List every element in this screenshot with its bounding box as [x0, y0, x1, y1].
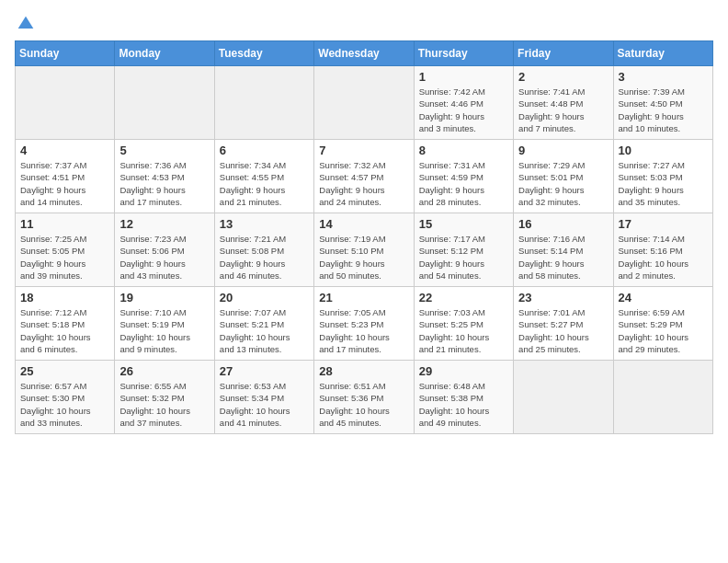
week-row-2: 11Sunrise: 7:25 AM Sunset: 5:05 PM Dayli…	[16, 213, 713, 287]
calendar-body: 1Sunrise: 7:42 AM Sunset: 4:46 PM Daylig…	[16, 66, 713, 434]
calendar-cell	[613, 361, 712, 434]
day-info: Sunrise: 7:14 AM Sunset: 5:16 PM Dayligh…	[619, 233, 708, 282]
day-number: 9	[518, 144, 608, 157]
calendar-cell: 28Sunrise: 6:51 AM Sunset: 5:36 PM Dayli…	[314, 361, 414, 434]
week-row-4: 25Sunrise: 6:57 AM Sunset: 5:30 PM Dayli…	[16, 361, 713, 434]
calendar-cell: 21Sunrise: 7:05 AM Sunset: 5:23 PM Dayli…	[314, 287, 414, 361]
day-info: Sunrise: 7:21 AM Sunset: 5:08 PM Dayligh…	[220, 233, 309, 282]
header-wednesday: Wednesday	[314, 41, 414, 66]
calendar-cell	[115, 66, 214, 140]
day-info: Sunrise: 7:10 AM Sunset: 5:19 PM Dayligh…	[119, 306, 209, 355]
day-number: 5	[119, 144, 209, 157]
calendar-cell: 7Sunrise: 7:32 AM Sunset: 4:57 PM Daylig…	[314, 140, 414, 213]
day-number: 8	[419, 144, 508, 157]
day-info: Sunrise: 7:17 AM Sunset: 5:12 PM Dayligh…	[419, 233, 508, 282]
calendar-cell: 14Sunrise: 7:19 AM Sunset: 5:10 PM Dayli…	[314, 213, 414, 287]
calendar-cell	[214, 66, 313, 140]
header-saturday: Saturday	[613, 41, 712, 66]
day-number: 3	[619, 70, 708, 84]
day-number: 4	[20, 144, 109, 157]
calendar-cell	[514, 361, 613, 434]
calendar-cell: 12Sunrise: 7:23 AM Sunset: 5:06 PM Dayli…	[115, 213, 214, 287]
calendar-cell: 19Sunrise: 7:10 AM Sunset: 5:19 PM Dayli…	[115, 287, 214, 361]
day-info: Sunrise: 7:31 AM Sunset: 4:59 PM Dayligh…	[419, 159, 508, 208]
day-number: 23	[518, 291, 608, 304]
day-number: 22	[419, 291, 508, 304]
calendar-cell: 9Sunrise: 7:29 AM Sunset: 5:01 PM Daylig…	[514, 140, 613, 213]
day-info: Sunrise: 7:27 AM Sunset: 5:03 PM Dayligh…	[619, 159, 708, 208]
calendar-cell	[314, 66, 414, 140]
header-tuesday: Tuesday	[214, 41, 313, 66]
calendar-cell: 16Sunrise: 7:16 AM Sunset: 5:14 PM Dayli…	[514, 213, 613, 287]
day-number: 19	[119, 291, 209, 304]
calendar-cell: 20Sunrise: 7:07 AM Sunset: 5:21 PM Dayli…	[214, 287, 313, 361]
day-number: 18	[20, 291, 109, 304]
calendar-cell: 1Sunrise: 7:42 AM Sunset: 4:46 PM Daylig…	[414, 66, 513, 140]
day-number: 11	[20, 217, 109, 231]
day-number: 25	[20, 364, 109, 378]
calendar-cell: 2Sunrise: 7:41 AM Sunset: 4:48 PM Daylig…	[514, 66, 613, 140]
logo-icon	[17, 15, 35, 33]
day-info: Sunrise: 7:37 AM Sunset: 4:51 PM Dayligh…	[20, 159, 109, 208]
week-row-3: 18Sunrise: 7:12 AM Sunset: 5:18 PM Dayli…	[16, 287, 713, 361]
day-info: Sunrise: 7:19 AM Sunset: 5:10 PM Dayligh…	[319, 233, 408, 282]
day-number: 24	[619, 291, 708, 304]
calendar-cell: 17Sunrise: 7:14 AM Sunset: 5:16 PM Dayli…	[613, 213, 712, 287]
calendar-cell: 23Sunrise: 7:01 AM Sunset: 5:27 PM Dayli…	[514, 287, 613, 361]
day-info: Sunrise: 7:42 AM Sunset: 4:46 PM Dayligh…	[419, 86, 508, 134]
calendar-cell: 18Sunrise: 7:12 AM Sunset: 5:18 PM Dayli…	[16, 287, 115, 361]
day-info: Sunrise: 7:07 AM Sunset: 5:21 PM Dayligh…	[220, 306, 309, 355]
day-info: Sunrise: 7:01 AM Sunset: 5:27 PM Dayligh…	[518, 306, 608, 355]
header-thursday: Thursday	[414, 41, 513, 66]
day-info: Sunrise: 7:36 AM Sunset: 4:53 PM Dayligh…	[119, 159, 209, 208]
day-info: Sunrise: 6:51 AM Sunset: 5:36 PM Dayligh…	[319, 380, 408, 429]
day-info: Sunrise: 7:05 AM Sunset: 5:23 PM Dayligh…	[319, 306, 408, 355]
day-info: Sunrise: 6:48 AM Sunset: 5:38 PM Dayligh…	[419, 380, 508, 429]
calendar-cell: 27Sunrise: 6:53 AM Sunset: 5:34 PM Dayli…	[214, 361, 313, 434]
day-number: 7	[319, 144, 408, 157]
day-info: Sunrise: 7:25 AM Sunset: 5:05 PM Dayligh…	[20, 233, 109, 282]
calendar-cell: 22Sunrise: 7:03 AM Sunset: 5:25 PM Dayli…	[414, 287, 513, 361]
day-number: 20	[220, 291, 309, 304]
calendar-header-row: SundayMondayTuesdayWednesdayThursdayFrid…	[16, 41, 713, 66]
day-number: 17	[619, 217, 708, 231]
day-number: 26	[119, 364, 209, 378]
calendar-cell: 5Sunrise: 7:36 AM Sunset: 4:53 PM Daylig…	[115, 140, 214, 213]
header-friday: Friday	[514, 41, 613, 66]
day-info: Sunrise: 6:57 AM Sunset: 5:30 PM Dayligh…	[20, 380, 109, 429]
calendar-table: SundayMondayTuesdayWednesdayThursdayFrid…	[15, 40, 713, 434]
day-info: Sunrise: 7:03 AM Sunset: 5:25 PM Dayligh…	[419, 306, 508, 355]
day-number: 6	[220, 144, 309, 157]
day-number: 15	[419, 217, 508, 231]
week-row-0: 1Sunrise: 7:42 AM Sunset: 4:46 PM Daylig…	[16, 66, 713, 140]
calendar-cell: 10Sunrise: 7:27 AM Sunset: 5:03 PM Dayli…	[613, 140, 712, 213]
day-number: 2	[518, 70, 608, 84]
calendar-cell	[16, 66, 115, 140]
day-number: 14	[319, 217, 408, 231]
calendar-cell: 24Sunrise: 6:59 AM Sunset: 5:29 PM Dayli…	[613, 287, 712, 361]
day-info: Sunrise: 6:53 AM Sunset: 5:34 PM Dayligh…	[220, 380, 309, 429]
day-info: Sunrise: 6:55 AM Sunset: 5:32 PM Dayligh…	[119, 380, 209, 429]
svg-marker-0	[18, 17, 34, 29]
day-info: Sunrise: 7:34 AM Sunset: 4:55 PM Dayligh…	[220, 159, 309, 208]
day-number: 21	[319, 291, 408, 304]
week-row-1: 4Sunrise: 7:37 AM Sunset: 4:51 PM Daylig…	[16, 140, 713, 213]
day-info: Sunrise: 7:39 AM Sunset: 4:50 PM Dayligh…	[619, 86, 708, 134]
page-header	[15, 15, 713, 33]
day-info: Sunrise: 6:59 AM Sunset: 5:29 PM Dayligh…	[619, 306, 708, 355]
calendar-cell: 4Sunrise: 7:37 AM Sunset: 4:51 PM Daylig…	[16, 140, 115, 213]
calendar-cell: 11Sunrise: 7:25 AM Sunset: 5:05 PM Dayli…	[16, 213, 115, 287]
calendar-cell: 13Sunrise: 7:21 AM Sunset: 5:08 PM Dayli…	[214, 213, 313, 287]
calendar-cell: 6Sunrise: 7:34 AM Sunset: 4:55 PM Daylig…	[214, 140, 313, 213]
day-number: 1	[419, 70, 508, 84]
day-info: Sunrise: 7:23 AM Sunset: 5:06 PM Dayligh…	[119, 233, 209, 282]
day-number: 16	[518, 217, 608, 231]
header-sunday: Sunday	[16, 41, 115, 66]
calendar-cell: 25Sunrise: 6:57 AM Sunset: 5:30 PM Dayli…	[16, 361, 115, 434]
day-info: Sunrise: 7:16 AM Sunset: 5:14 PM Dayligh…	[518, 233, 608, 282]
calendar-cell: 15Sunrise: 7:17 AM Sunset: 5:12 PM Dayli…	[414, 213, 513, 287]
day-info: Sunrise: 7:32 AM Sunset: 4:57 PM Dayligh…	[319, 159, 408, 208]
day-info: Sunrise: 7:29 AM Sunset: 5:01 PM Dayligh…	[518, 159, 608, 208]
calendar-cell: 29Sunrise: 6:48 AM Sunset: 5:38 PM Dayli…	[414, 361, 513, 434]
day-number: 13	[220, 217, 309, 231]
